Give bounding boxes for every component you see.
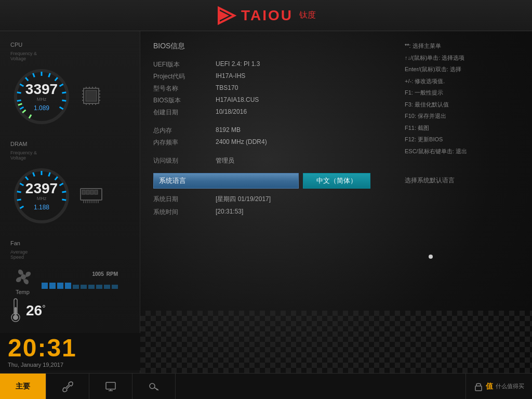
bios-key-project: Project代码: [153, 72, 216, 81]
fan-value: 1005 RPM: [42, 268, 118, 278]
help-item-f12: F12: 更新BIOS: [405, 135, 519, 144]
logo-text: TAIOU: [241, 7, 293, 24]
bios-row-memfreq: 内存频率 2400 MHz (DDR4): [153, 137, 394, 149]
cpu-value: 3397 MHz 1.089: [25, 82, 58, 112]
time-display: 20:31 Thu, January 19,2017: [0, 333, 140, 370]
svg-line-11: [55, 77, 58, 81]
svg-line-14: [62, 100, 66, 101]
lang-row[interactable]: 系统语言 中文（简体）: [153, 173, 394, 189]
time-date: Thu, January 19,2017: [8, 362, 132, 368]
svg-line-3: [20, 107, 23, 109]
cpu-gauge-container: 3397 MHz 1.089: [5, 65, 135, 128]
dt-val-time: [20:31:53]: [216, 208, 243, 217]
svg-line-41: [20, 183, 23, 185]
help-item-3: Enter/(鼠标)双击: 选择: [405, 65, 519, 74]
help-item-esc: ESC/鼠标右键单击: 退出: [405, 147, 519, 156]
bios-val-access: 管理员: [216, 156, 234, 165]
fan-bar-7: [88, 285, 95, 289]
wrench-icon: [62, 381, 73, 392]
svg-line-40: [17, 192, 21, 192]
brand-text: 什么值得买: [496, 382, 524, 390]
fan-sublabel: AverageSpeed: [5, 249, 135, 260]
fan-data: 1005 RPM: [42, 268, 118, 289]
svg-point-67: [13, 315, 18, 320]
nav-tab-main[interactable]: 主要: [0, 374, 46, 399]
svg-rect-54: [95, 190, 98, 194]
cpu-label: CPU: [5, 42, 22, 48]
fan-bar-6: [81, 285, 87, 289]
dt-key-date: 系统日期: [153, 195, 216, 204]
nav-tab-display[interactable]: [89, 374, 132, 399]
fan-bar-1: [42, 283, 48, 289]
temp-label: Temp: [10, 289, 46, 295]
svg-line-13: [62, 92, 66, 93]
logo-icon: [216, 5, 237, 26]
dram-sublabel: Frequency &Voltage: [5, 150, 135, 161]
svg-line-45: [49, 172, 50, 177]
fan-bar-8: [96, 285, 102, 289]
svg-line-12: [60, 84, 63, 86]
dram-value: 2397 MHz 1.188: [25, 181, 58, 211]
bios-row-date: 创建日期 10/18/2016: [153, 107, 394, 118]
bios-val-memfreq: 2400 MHz (DDR4): [216, 138, 267, 147]
bios-row-access: 访问级别 管理员: [153, 155, 394, 167]
bios-title: BIOS信息: [153, 42, 394, 51]
svg-line-38: [20, 206, 23, 208]
logo-container: TAIOU 钛度: [216, 5, 316, 26]
dram-label: DRAM: [5, 141, 27, 147]
bios-val-model: TBS170: [216, 84, 238, 93]
svg-line-49: [62, 200, 66, 200]
bios-row-uefi: UEFI版本 UEFI 2.4: PI 1.3: [153, 59, 394, 71]
help-item-f10: F10: 保存并退出: [405, 112, 519, 121]
bios-key-access: 访问级别: [153, 156, 216, 165]
temp-row: 26 °: [10, 298, 46, 324]
bios-row-biosver: BIOS版本 H17AIA18.CUS: [153, 95, 394, 107]
help-item-2: ↑↓/(鼠标)单击: 选择选项: [405, 54, 519, 62]
help-item-4: +/-: 修改选项值.: [405, 77, 519, 86]
lang-key-box[interactable]: 系统语言: [153, 173, 299, 189]
svg-line-42: [25, 177, 28, 180]
dram-gauge: 2397 MHz 1.188: [10, 165, 73, 227]
temp-section: Temp 26 °: [10, 289, 46, 324]
dt-row-time: 系统时间 [20:31:53]: [153, 206, 394, 219]
svg-line-72: [154, 388, 158, 390]
thermometer-icon: [10, 298, 21, 324]
cpu-gauge: 3397 MHz 1.089: [10, 65, 73, 128]
svg-rect-53: [90, 190, 94, 194]
top-bar: TAIOU 钛度: [0, 0, 532, 31]
temp-value: 26: [26, 303, 42, 318]
svg-line-5: [17, 92, 21, 93]
help-item-f1: F1: 一般性提示: [405, 88, 519, 97]
bios-key-memfreq: 内存频率: [153, 138, 216, 147]
bios-row-mem: 总内存 8192 MB: [153, 125, 394, 137]
svg-point-63: [21, 274, 26, 280]
nav-tab-tools[interactable]: [132, 374, 176, 399]
fan-bar-2: [49, 283, 56, 289]
cpu-freq: 3397: [25, 82, 58, 97]
bios-val-date: 10/18/2016: [216, 108, 247, 117]
svg-line-10: [49, 73, 50, 77]
bios-row-model: 型号名称 TBS170: [153, 83, 394, 95]
svg-rect-51: [82, 190, 85, 194]
cpu-voltage: 1.089: [25, 104, 58, 112]
nav-tab-settings[interactable]: [46, 374, 89, 399]
svg-line-16: [29, 115, 31, 118]
lang-val-box[interactable]: 中文（简体）: [303, 173, 370, 189]
dram-voltage: 1.188: [25, 204, 58, 211]
bios-val-project: IH17A-IHS: [216, 72, 245, 81]
fan-section: Fan AverageSpeed 1005 RPM: [5, 240, 135, 292]
lock-icon: [474, 382, 483, 391]
bios-spacer-2: [153, 149, 394, 155]
bios-key-biosver: BIOS版本: [153, 96, 216, 105]
sidebar: CPU Frequency &Voltage: [0, 31, 140, 373]
svg-line-47: [60, 183, 63, 185]
monitor-icon: [105, 381, 116, 392]
help-item-f11: F11: 截图: [405, 124, 519, 132]
cpu-sublabel: Frequency &Voltage: [5, 51, 135, 61]
dt-key-time: 系统时间: [153, 208, 216, 217]
fan-bar-4: [65, 283, 71, 289]
bios-val-uefi: UEFI 2.4: PI 1.3: [216, 60, 260, 69]
svg-line-46: [55, 177, 58, 180]
bios-panel: BIOS信息 UEFI版本 UEFI 2.4: PI 1.3 Project代码…: [153, 42, 394, 363]
temp-unit: °: [42, 304, 45, 313]
